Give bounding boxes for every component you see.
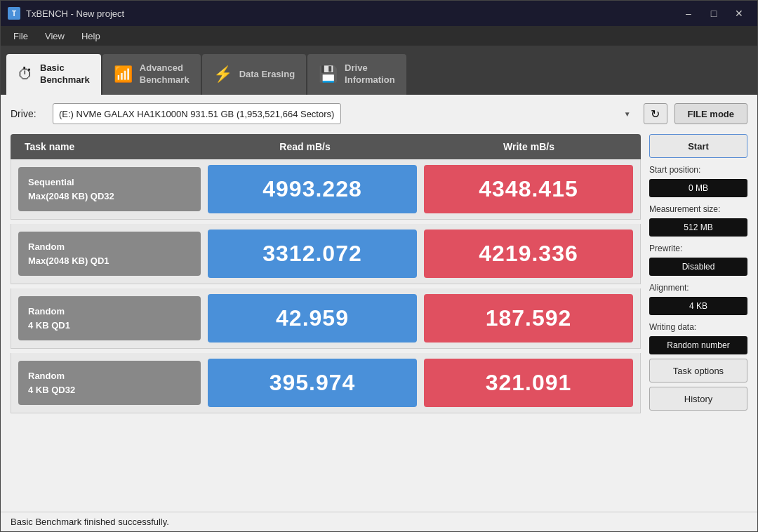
writing-data-label: Writing data: [649,322,747,332]
drive-label: Drive: [11,108,46,119]
menu-view[interactable]: View [38,28,72,44]
prewrite-value: Disabled [649,258,747,276]
write-value-random-4kb-qd32: 321.091 [424,359,633,407]
drive-refresh-button[interactable]: ↻ [644,103,667,124]
read-value-random-4kb-qd32: 395.974 [208,359,417,407]
window-title: TxBENCH - New project [26,8,124,19]
tab-bar: ⏱ BasicBenchmark 📶 AdvancedBenchmark ⚡ D… [1,46,757,95]
bench-area: Task name Read mB/s Write mB/s Sequentia… [11,134,747,413]
main-window: T TxBENCH - New project – □ ✕ File View … [0,0,758,532]
writing-data-value: Random number [649,336,747,354]
task-name-random-max-qd1: RandomMax(2048 KB) QD1 [18,232,201,276]
tab-data-erasing[interactable]: ⚡ Data Erasing [202,54,306,95]
sidebar: Start Start position: 0 MB Measurement s… [649,134,747,413]
table-header: Task name Read mB/s Write mB/s [11,134,641,159]
task-options-button[interactable]: Task options [649,359,747,383]
title-bar: T TxBENCH - New project – □ ✕ [1,1,757,26]
write-value-random-4kb-qd1: 187.592 [424,294,633,343]
tab-drive-information[interactable]: 💾 DriveInformation [307,54,406,95]
read-value-random-max-qd1: 3312.072 [208,230,417,278]
task-name-sequential-qd32: SequentialMax(2048 KB) QD32 [18,167,201,211]
content-area: Drive: (E:) NVMe GALAX HA1K1000N 931.51 … [1,95,757,531]
alignment-label: Alignment: [649,283,747,293]
drive-select-wrapper: (E:) NVMe GALAX HA1K1000N 931.51 GB (1,9… [53,103,637,124]
col-task-name: Task name [11,134,193,159]
start-button[interactable]: Start [649,134,747,158]
maximize-button[interactable]: □ [703,4,725,23]
title-bar-left: T TxBENCH - New project [8,7,124,20]
task-name-random-4kb-qd32: Random4 KB QD32 [18,361,201,405]
table-row: SequentialMax(2048 KB) QD32 4993.228 434… [11,159,641,220]
status-bar: Basic Benchmark finished successfully. [1,512,757,531]
alignment-value: 4 KB [649,297,747,315]
table-row: Random4 KB QD1 42.959 187.592 [11,288,641,349]
table-row: RandomMax(2048 KB) QD1 3312.072 4219.336 [11,224,641,284]
write-value-sequential-qd32: 4348.415 [424,165,633,213]
measurement-size-value: 512 MB [649,218,747,237]
table-row: Random4 KB QD32 395.974 321.091 [11,353,641,413]
file-mode-button[interactable]: FILE mode [674,103,747,124]
write-value-random-max-qd1: 4219.336 [424,230,633,278]
prewrite-label: Prewrite: [649,244,747,253]
tab-advanced-benchmark[interactable]: 📶 AdvancedBenchmark [102,54,201,95]
close-button[interactable]: ✕ [728,4,750,23]
tab-advanced-label: AdvancedBenchmark [140,62,190,86]
col-read: Read mB/s [193,134,417,159]
tab-basic-label: BasicBenchmark [40,62,90,86]
read-value-sequential-qd32: 4993.228 [208,165,417,213]
menu-help[interactable]: Help [74,28,107,44]
col-write: Write mB/s [417,134,641,159]
menu-file[interactable]: File [6,28,35,44]
advanced-benchmark-icon: 📶 [114,67,133,82]
read-value-random-4kb-qd1: 42.959 [208,294,417,343]
tab-drive-label: DriveInformation [345,62,395,86]
history-button[interactable]: History [649,387,747,411]
status-text: Basic Benchmark finished successfully. [11,517,169,527]
tab-basic-benchmark[interactable]: ⏱ BasicBenchmark [6,54,101,95]
app-icon: T [8,7,20,20]
menu-bar: File View Help [1,26,757,46]
drive-select[interactable]: (E:) NVMe GALAX HA1K1000N 931.51 GB (1,9… [53,103,341,124]
drive-info-icon: 💾 [319,67,338,82]
title-bar-controls: – □ ✕ [677,4,750,23]
benchmark-table: Task name Read mB/s Write mB/s Sequentia… [11,134,641,413]
minimize-button[interactable]: – [677,4,700,23]
measurement-size-label: Measurement size: [649,204,747,214]
task-name-random-4kb-qd1: Random4 KB QD1 [18,296,201,340]
drive-row: Drive: (E:) NVMe GALAX HA1K1000N 931.51 … [11,103,747,124]
start-position-label: Start position: [649,165,747,175]
basic-benchmark-icon: ⏱ [18,67,33,82]
data-erasing-icon: ⚡ [213,67,232,82]
start-position-value: 0 MB [649,179,747,197]
tab-erase-label: Data Erasing [239,69,295,81]
